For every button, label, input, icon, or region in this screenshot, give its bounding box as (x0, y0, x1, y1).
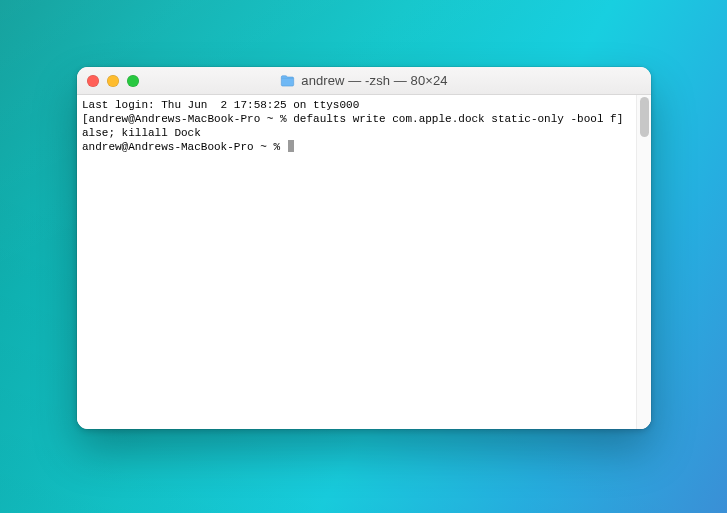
terminal-body[interactable]: Last login: Thu Jun 2 17:58:25 on ttys00… (77, 95, 651, 429)
window-titlebar[interactable]: andrew — -zsh — 80×24 (77, 67, 651, 95)
window-title-group: andrew — -zsh — 80×24 (77, 67, 651, 94)
zoom-button[interactable] (127, 75, 139, 87)
terminal-window: andrew — -zsh — 80×24 Last login: Thu Ju… (77, 67, 651, 429)
terminal-output: Last login: Thu Jun 2 17:58:25 on ttys00… (82, 98, 632, 154)
terminal-line: andrew@Andrews-MacBook-Pro ~ % (82, 141, 294, 153)
terminal-line: alse; killall Dock (82, 127, 201, 139)
terminal-line: [andrew@Andrews-MacBook-Pro ~ % defaults… (82, 113, 623, 125)
scrollbar-thumb[interactable] (640, 97, 649, 137)
window-title: andrew — -zsh — 80×24 (301, 73, 447, 88)
folder-icon (280, 75, 295, 87)
terminal-viewport[interactable]: Last login: Thu Jun 2 17:58:25 on ttys00… (77, 95, 636, 429)
vertical-scrollbar[interactable] (636, 95, 651, 429)
terminal-cursor (288, 140, 295, 152)
terminal-line: Last login: Thu Jun 2 17:58:25 on ttys00… (82, 99, 359, 111)
close-button[interactable] (87, 75, 99, 87)
window-controls (77, 75, 139, 87)
minimize-button[interactable] (107, 75, 119, 87)
